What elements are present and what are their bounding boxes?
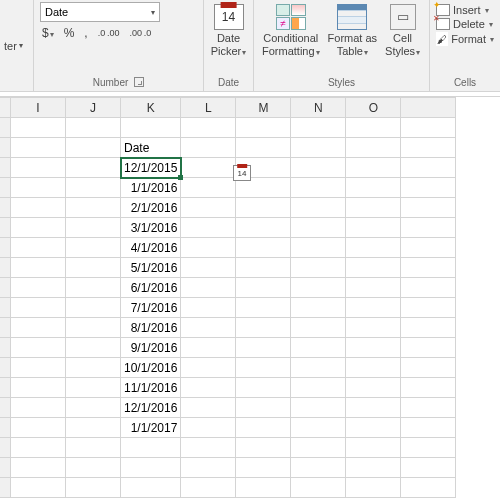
cell[interactable]: [291, 438, 346, 458]
grid-table[interactable]: I J K L M N O Date12/1/20151/1/20162/1/2…: [0, 97, 456, 498]
col-header[interactable]: [401, 98, 456, 118]
grid-row[interactable]: 8/1/2016: [0, 318, 456, 338]
cell[interactable]: [181, 238, 236, 258]
row-header[interactable]: [0, 198, 11, 218]
cell[interactable]: [11, 418, 66, 438]
cell[interactable]: [346, 318, 401, 338]
cell[interactable]: [401, 238, 456, 258]
cell[interactable]: [11, 178, 66, 198]
row-header[interactable]: [0, 238, 11, 258]
cell[interactable]: [291, 138, 346, 158]
grid-row[interactable]: Date: [0, 138, 456, 158]
cell[interactable]: [11, 198, 66, 218]
comma-button[interactable]: ,: [82, 26, 89, 40]
col-header[interactable]: J: [66, 98, 121, 118]
cell[interactable]: [66, 238, 121, 258]
cell[interactable]: [121, 478, 181, 498]
cell[interactable]: [181, 138, 236, 158]
cell[interactable]: [291, 238, 346, 258]
delete-button[interactable]: Delete▾: [436, 18, 494, 30]
cell[interactable]: [291, 458, 346, 478]
grid-row[interactable]: 10/1/2016: [0, 358, 456, 378]
row-header[interactable]: [0, 158, 11, 178]
cell[interactable]: [401, 438, 456, 458]
cell[interactable]: [401, 138, 456, 158]
cell[interactable]: [346, 298, 401, 318]
cell[interactable]: [401, 258, 456, 278]
cell[interactable]: [11, 258, 66, 278]
cell[interactable]: [181, 358, 236, 378]
cell[interactable]: [236, 398, 291, 418]
cell[interactable]: [346, 278, 401, 298]
cell[interactable]: [181, 418, 236, 438]
row-header[interactable]: [0, 318, 11, 338]
cell[interactable]: 7/1/2016: [121, 298, 181, 318]
row-header[interactable]: [0, 218, 11, 238]
cell[interactable]: [291, 218, 346, 238]
cell[interactable]: 8/1/2016: [121, 318, 181, 338]
cell[interactable]: [401, 198, 456, 218]
cell[interactable]: [181, 198, 236, 218]
cell[interactable]: 6/1/2016: [121, 278, 181, 298]
number-format-select[interactable]: Date ▾: [40, 2, 160, 22]
cell[interactable]: [66, 398, 121, 418]
cell[interactable]: [236, 138, 291, 158]
cell[interactable]: [11, 298, 66, 318]
grid-row[interactable]: 12/1/2016: [0, 398, 456, 418]
row-header[interactable]: [0, 258, 11, 278]
cell[interactable]: [291, 278, 346, 298]
cell[interactable]: [236, 198, 291, 218]
cell[interactable]: [291, 398, 346, 418]
cell[interactable]: [236, 298, 291, 318]
row-header[interactable]: [0, 418, 11, 438]
cell[interactable]: [181, 118, 236, 138]
cell[interactable]: [236, 118, 291, 138]
cell[interactable]: [121, 438, 181, 458]
cell[interactable]: [346, 178, 401, 198]
cell[interactable]: [401, 378, 456, 398]
cell[interactable]: 11/1/2016: [121, 378, 181, 398]
column-header-row[interactable]: I J K L M N O: [0, 98, 456, 118]
grid-row[interactable]: 7/1/2016: [0, 298, 456, 318]
cell[interactable]: [11, 338, 66, 358]
format-button[interactable]: Format▾: [436, 32, 494, 46]
cell[interactable]: [66, 458, 121, 478]
cell[interactable]: [291, 478, 346, 498]
cell[interactable]: [11, 218, 66, 238]
cell[interactable]: [66, 138, 121, 158]
row-header[interactable]: [0, 478, 11, 498]
cell[interactable]: [11, 358, 66, 378]
cell[interactable]: [401, 278, 456, 298]
grid-row[interactable]: [0, 478, 456, 498]
cell[interactable]: [291, 258, 346, 278]
grid-row[interactable]: [0, 118, 456, 138]
cell[interactable]: [66, 298, 121, 318]
decrease-decimal-button[interactable]: .00 .0: [128, 28, 154, 38]
cell[interactable]: 4/1/2016: [121, 238, 181, 258]
grid-row[interactable]: 5/1/2016: [0, 258, 456, 278]
cell[interactable]: [66, 178, 121, 198]
cell[interactable]: [346, 118, 401, 138]
cell[interactable]: [346, 358, 401, 378]
cell[interactable]: [346, 378, 401, 398]
cell[interactable]: [291, 318, 346, 338]
grid-row[interactable]: 4/1/2016: [0, 238, 456, 258]
cell[interactable]: [181, 438, 236, 458]
cell[interactable]: [66, 198, 121, 218]
cell[interactable]: [66, 378, 121, 398]
cell[interactable]: 3/1/2016: [121, 218, 181, 238]
cell[interactable]: [181, 258, 236, 278]
cell[interactable]: [11, 318, 66, 338]
cell[interactable]: [181, 338, 236, 358]
cell[interactable]: [11, 478, 66, 498]
cell[interactable]: [236, 358, 291, 378]
cell[interactable]: [66, 478, 121, 498]
cell[interactable]: [66, 318, 121, 338]
cell[interactable]: [181, 318, 236, 338]
cell[interactable]: [181, 398, 236, 418]
cell[interactable]: [346, 458, 401, 478]
cell[interactable]: 12/1/2016: [121, 398, 181, 418]
cell[interactable]: [11, 158, 66, 178]
format-as-table-button[interactable]: Format as Table▾: [326, 2, 380, 57]
currency-button[interactable]: $▾: [40, 26, 56, 40]
